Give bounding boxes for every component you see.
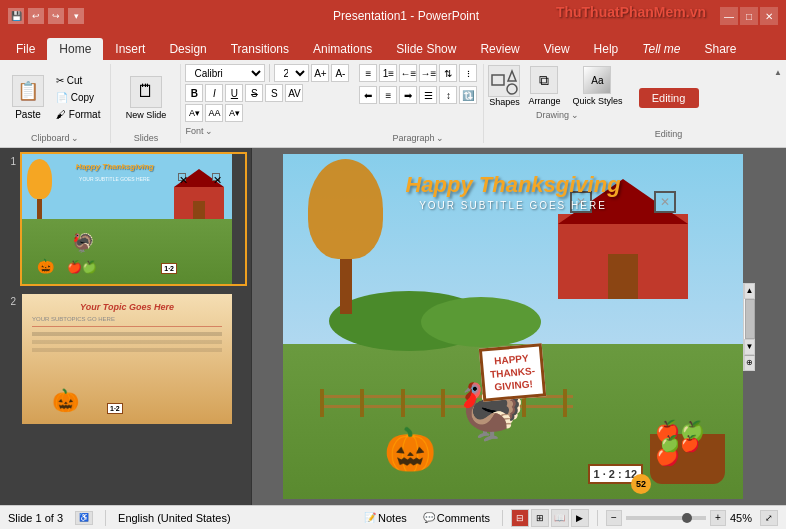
collapse-icon[interactable]: ▲ (774, 68, 782, 77)
align-center-button[interactable]: ≡ (379, 86, 397, 104)
align-left-button[interactable]: ⬅ (359, 86, 377, 104)
strikethrough-button[interactable]: S (245, 84, 263, 102)
tab-transitions[interactable]: Transitions (219, 38, 301, 60)
tab-review[interactable]: Review (468, 38, 531, 60)
scroll-track (744, 299, 755, 339)
scroll-down-button[interactable]: ▼ (744, 339, 755, 355)
text-case-button[interactable]: AA (205, 104, 223, 122)
slide2-divider (32, 326, 222, 327)
main-pumpkin: 🎃 (384, 425, 436, 474)
tab-share[interactable]: Share (693, 38, 749, 60)
slide-sorter-button[interactable]: ⊞ (531, 509, 549, 527)
paste-button[interactable]: 📋 Paste (6, 71, 50, 124)
zoom-out-button[interactable]: − (606, 510, 622, 526)
paragraph-expand-icon[interactable]: ⌄ (436, 133, 444, 143)
arrange-button[interactable]: ⧉ Arrange (524, 64, 564, 108)
accessibility-icon[interactable]: ♿ (75, 511, 93, 525)
quick-styles-button[interactable]: Aa Quick Styles (568, 64, 626, 108)
save-icon[interactable]: 💾 (8, 8, 24, 24)
scroll-thumb[interactable] (745, 299, 755, 339)
drawing-content: Shapes ⧉ Arrange Aa Quick Styles (488, 64, 626, 108)
tab-file[interactable]: File (4, 38, 47, 60)
italic-button[interactable]: I (205, 84, 223, 102)
cut-button[interactable]: ✂ Cut (52, 73, 104, 88)
fit-window-button[interactable]: ⤢ (760, 510, 778, 526)
font-color-button[interactable]: A▾ (185, 104, 203, 122)
tab-slideshow[interactable]: Slide Show (384, 38, 468, 60)
smart-art-convert-button[interactable]: 🔃 (459, 86, 477, 104)
numbering-button[interactable]: 1≡ (379, 64, 397, 82)
clipboard-expand-icon[interactable]: ⌄ (71, 133, 79, 143)
redo-icon[interactable]: ↪ (48, 8, 64, 24)
font-size-box-button[interactable]: A▾ (225, 104, 243, 122)
copy-button[interactable]: 📄 Copy (52, 90, 104, 105)
new-slide-button[interactable]: 🗒 New Slide (120, 72, 173, 124)
slide1-turkey-thumb: 🦃 (72, 232, 94, 254)
drawing-label: Drawing ⌄ (536, 110, 579, 120)
reading-view-button[interactable]: 📖 (551, 509, 569, 527)
minimize-button[interactable]: — (720, 7, 738, 25)
notes-tab[interactable]: 📝 Notes (360, 512, 411, 524)
comments-tab[interactable]: 💬 Comments (419, 512, 494, 524)
bullets-button[interactable]: ≡ (359, 64, 377, 82)
fence-rail-bot (320, 405, 573, 408)
font-name-select[interactable]: Calibri (185, 64, 265, 82)
main-hill-mid (421, 297, 541, 347)
tab-tellme[interactable]: Tell me (630, 38, 692, 60)
char-spacing-button[interactable]: AV (285, 84, 303, 102)
ribbon-collapse[interactable]: ▲ (774, 64, 786, 143)
watermark: ThuThuatPhanMem.vn (556, 4, 706, 20)
underline-button[interactable]: U (225, 84, 243, 102)
new-slide-icon: 🗒 (130, 76, 162, 108)
title-bar: 💾 ↩ ↪ ▾ Presentation1 - PowerPoint ThuTh… (0, 0, 786, 32)
window-controls[interactable]: — □ ✕ (720, 7, 778, 25)
indent-decrease-button[interactable]: ←≡ (399, 64, 417, 82)
language-label: English (United States) (118, 512, 231, 524)
scroll-bottom-button[interactable]: ⊕ (744, 355, 755, 371)
shapes-label[interactable]: Shapes (489, 97, 520, 107)
tab-home[interactable]: Home (47, 38, 103, 60)
editing-label: Editing (655, 129, 683, 139)
paste-icon: 📋 (12, 75, 44, 107)
more-icon[interactable]: ▾ (68, 8, 84, 24)
scroll-up-button[interactable]: ▲ (744, 283, 755, 299)
quick-access-toolbar[interactable]: 💾 ↩ ↪ ▾ (8, 8, 84, 24)
tab-insert[interactable]: Insert (103, 38, 157, 60)
align-right-button[interactable]: ➡ (399, 86, 417, 104)
line-spacing-button[interactable]: ↕ (439, 86, 457, 104)
font-size-select[interactable]: 24 (274, 64, 309, 82)
normal-view-button[interactable]: ⊟ (511, 509, 529, 527)
slide-thumb-2[interactable]: 2 Your Topic Goes Here YOUR SUBTOPICS GO… (4, 292, 247, 426)
maximize-button[interactable]: □ (740, 7, 758, 25)
vertical-scrollbar[interactable]: ▲ ▼ ⊕ (743, 283, 755, 371)
indent-increase-button[interactable]: →≡ (419, 64, 437, 82)
justify-button[interactable]: ☰ (419, 86, 437, 104)
slide-img-2[interactable]: Your Topic Goes Here YOUR SUBTOPICS GO H… (20, 292, 247, 426)
editing-button[interactable]: Editing (639, 88, 699, 108)
apples-row2: 🍏🍎 (660, 434, 700, 453)
slideshow-button[interactable]: ▶ (571, 509, 589, 527)
text-direction-button[interactable]: ⇅ (439, 64, 457, 82)
drawing-expand-icon[interactable]: ⌄ (571, 110, 579, 120)
tab-animations[interactable]: Animations (301, 38, 384, 60)
font-size-decrease-button[interactable]: A- (331, 64, 349, 82)
zoom-in-button[interactable]: + (710, 510, 726, 526)
bold-button[interactable]: B (185, 84, 203, 102)
format-painter-button[interactable]: 🖌 Format (52, 107, 104, 122)
main-sign: HAPPYTHANKS-GIVING! (479, 343, 546, 401)
font-size-increase-button[interactable]: A+ (311, 64, 329, 82)
undo-icon[interactable]: ↩ (28, 8, 44, 24)
tab-design[interactable]: Design (157, 38, 218, 60)
slide-thumb-1[interactable]: 1 ✕ ✕ (4, 152, 247, 286)
text-columns-button[interactable]: ⫶ (459, 64, 477, 82)
slide-img-1[interactable]: ✕ ✕ Happy Thanksgiving YOUR SUBTITLE GOE… (20, 152, 247, 286)
tab-view[interactable]: View (532, 38, 582, 60)
slide-canvas-main[interactable]: Happy Thanksgiving YOUR SUBTITLE GOES HE… (283, 154, 743, 499)
close-button[interactable]: ✕ (760, 7, 778, 25)
zoom-thumb[interactable] (682, 513, 692, 523)
font-expand-icon[interactable]: ⌄ (205, 126, 213, 136)
text-shadow-button[interactable]: S (265, 84, 283, 102)
ribbon-tabs: File Home Insert Design Transitions Anim… (0, 32, 786, 60)
tab-help[interactable]: Help (582, 38, 631, 60)
zoom-slider[interactable] (626, 516, 706, 520)
